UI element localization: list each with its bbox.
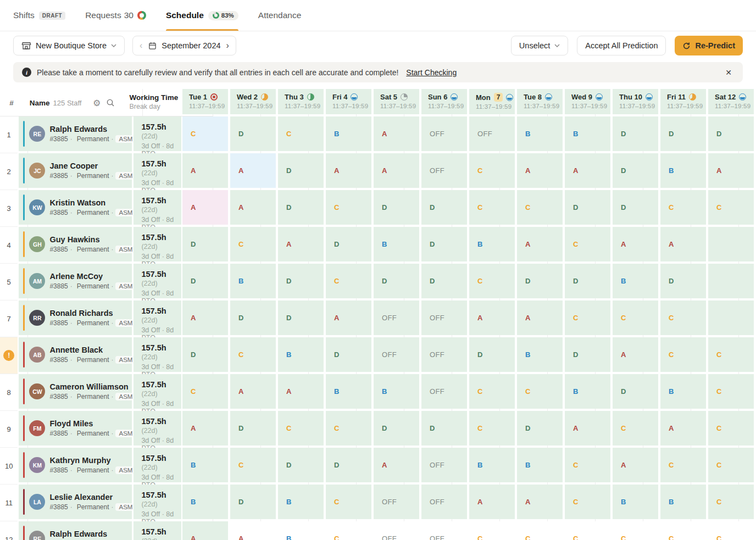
gear-icon[interactable]: ⚙ — [93, 98, 101, 108]
shift-cell[interactable]: D — [565, 190, 610, 225]
day-header[interactable]: Sun 6 11:37–19:59 — [421, 89, 467, 114]
shift-cell[interactable]: D — [660, 264, 706, 298]
shift-cell[interactable]: A — [660, 411, 706, 446]
shift-cell[interactable]: A — [230, 190, 276, 225]
shift-cell[interactable]: B — [230, 264, 276, 298]
shift-cell[interactable]: D — [613, 374, 658, 409]
shift-cell[interactable]: C — [469, 374, 515, 409]
shift-cell[interactable]: D — [613, 190, 658, 225]
shift-cell[interactable]: D — [708, 116, 754, 151]
shift-cell[interactable]: D — [182, 227, 228, 261]
shift-cell[interactable]: C — [708, 190, 754, 225]
shift-cell[interactable]: C — [708, 411, 754, 446]
shift-cell[interactable]: C — [326, 411, 371, 446]
shift-cell[interactable]: A — [613, 337, 658, 372]
shift-cell[interactable]: A — [469, 485, 515, 519]
shift-cell[interactable]: C — [230, 448, 276, 482]
shift-cell[interactable]: C — [708, 485, 754, 519]
shift-cell[interactable]: A — [230, 153, 276, 188]
shift-cell[interactable]: B — [374, 227, 419, 261]
tab-requests[interactable]: Requests 30 — [85, 0, 146, 31]
shift-cell[interactable]: C — [469, 153, 515, 188]
shift-cell[interactable]: C — [326, 264, 371, 298]
shift-cell[interactable]: A — [565, 411, 610, 446]
shift-cell[interactable]: A — [182, 190, 228, 225]
day-header[interactable]: Tue 1 11:37–19:59 — [182, 89, 228, 114]
staff-cell[interactable]: CW Cameron Williamson #3885· Permanent· … — [19, 374, 132, 409]
staff-cell[interactable]: AB Annette Black #3885· Permanent· ASM — [19, 337, 132, 372]
shift-cell[interactable]: B — [613, 264, 658, 298]
shift-cell[interactable]: D — [278, 448, 324, 482]
shift-cell[interactable]: C — [230, 227, 276, 261]
shift-cell[interactable]: A — [326, 153, 371, 188]
day-header[interactable]: Thu 10 11:37–19:59 — [613, 89, 658, 114]
shift-cell[interactable]: A — [660, 227, 706, 261]
shift-cell[interactable]: A — [326, 300, 371, 335]
day-header[interactable]: Sat 5 11:37–19:59 — [374, 89, 419, 114]
shift-cell[interactable]: B — [660, 374, 706, 409]
prev-month-button[interactable]: ‹ — [140, 41, 142, 50]
shift-cell[interactable]: A — [278, 227, 324, 261]
shift-cell[interactable]: B — [660, 153, 706, 188]
shift-cell[interactable]: C — [565, 448, 610, 482]
shift-cell[interactable]: D — [613, 153, 658, 188]
shift-cell[interactable]: A — [230, 374, 276, 409]
shift-cell[interactable]: A — [469, 300, 515, 335]
accept-all-prediction-button[interactable]: Accept All Prediction — [577, 36, 666, 55]
shift-cell[interactable]: OFF — [469, 116, 515, 151]
shift-cell[interactable]: C — [660, 300, 706, 335]
staff-cell[interactable]: AM Arlene McCoy #3885· Permanent· ASM — [19, 264, 132, 298]
shift-cell[interactable]: C — [469, 411, 515, 446]
shift-cell[interactable]: D — [469, 337, 515, 372]
shift-cell[interactable]: C — [660, 521, 706, 540]
shift-cell[interactable]: B — [182, 485, 228, 519]
day-header[interactable]: Thu 3 11:37–19:59 — [278, 89, 324, 114]
shift-cell[interactable]: OFF — [374, 337, 419, 372]
shift-cell[interactable]: D — [230, 116, 276, 151]
shift-cell[interactable] — [708, 300, 754, 335]
start-checking-link[interactable]: Start Checking — [406, 68, 457, 77]
shift-cell[interactable]: A — [230, 521, 276, 540]
shift-cell[interactable]: C — [469, 264, 515, 298]
shift-cell[interactable]: A — [374, 448, 419, 482]
day-header[interactable]: Fri 4 11:37–19:59 — [326, 89, 371, 114]
shift-cell[interactable]: C — [565, 521, 610, 540]
shift-cell[interactable]: A — [613, 227, 658, 261]
shift-cell[interactable]: D — [326, 227, 371, 261]
shift-cell[interactable]: A — [374, 116, 419, 151]
shift-cell[interactable]: C — [613, 521, 658, 540]
shift-cell[interactable]: C — [517, 190, 563, 225]
day-header[interactable]: Mon 7 11:37–19:59 — [469, 89, 515, 114]
shift-cell[interactable]: B — [326, 374, 371, 409]
shift-cell[interactable]: A — [613, 448, 658, 482]
shift-cell[interactable]: B — [517, 337, 563, 372]
shift-cell[interactable]: A — [374, 153, 419, 188]
shift-cell[interactable]: C — [708, 337, 754, 372]
shift-cell[interactable]: OFF — [421, 116, 467, 151]
shift-cell[interactable]: B — [182, 448, 228, 482]
shift-cell[interactable]: C — [708, 521, 754, 540]
shift-cell[interactable]: C — [613, 300, 658, 335]
day-header[interactable]: Fri 11 11:37–19:59 — [660, 89, 706, 114]
shift-cell[interactable]: C — [517, 374, 563, 409]
shift-cell[interactable]: C — [517, 521, 563, 540]
shift-cell[interactable]: OFF — [421, 374, 467, 409]
shift-cell[interactable]: OFF — [421, 153, 467, 188]
unselect-dropdown[interactable]: Unselect — [511, 36, 568, 55]
shift-cell[interactable]: C — [326, 485, 371, 519]
shift-cell[interactable]: C — [230, 337, 276, 372]
shift-cell[interactable]: D — [278, 153, 324, 188]
shift-cell[interactable]: D — [374, 264, 419, 298]
shift-cell[interactable]: A — [517, 227, 563, 261]
shift-cell[interactable]: D — [374, 190, 419, 225]
shift-cell[interactable]: B — [326, 116, 371, 151]
staff-cell[interactable]: KW Kristin Watson #3885· Permanent· ASM — [19, 190, 132, 225]
shift-cell[interactable]: B — [517, 116, 563, 151]
shift-cell[interactable]: D — [230, 485, 276, 519]
staff-cell[interactable]: JC Jane Cooper #3885· Permanent· ASM — [19, 153, 132, 188]
shift-cell[interactable]: D — [421, 227, 467, 261]
shift-cell[interactable]: A — [517, 153, 563, 188]
shift-cell[interactable]: D — [230, 300, 276, 335]
shift-cell[interactable]: C — [469, 190, 515, 225]
shift-cell[interactable]: C — [182, 374, 228, 409]
